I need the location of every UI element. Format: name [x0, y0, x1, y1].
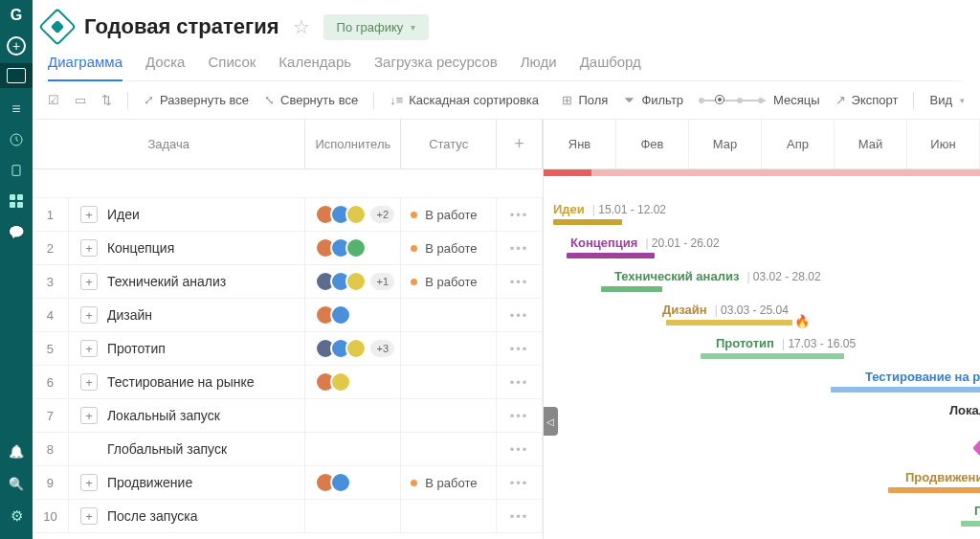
- task-cell[interactable]: +Концепция: [69, 232, 306, 264]
- apps-icon[interactable]: [7, 191, 26, 211]
- status-cell[interactable]: [401, 366, 497, 398]
- row-menu-icon[interactable]: •••: [497, 500, 543, 532]
- col-status[interactable]: Статус: [401, 120, 497, 168]
- row-menu-icon[interactable]: •••: [497, 265, 543, 298]
- assignee-cell[interactable]: +1: [305, 265, 401, 298]
- expand-icon[interactable]: +: [80, 407, 98, 424]
- expand-icon[interactable]: +: [80, 239, 98, 257]
- task-row[interactable]: 5+Прототип+3•••: [33, 332, 543, 366]
- status-cell[interactable]: [401, 433, 497, 465]
- zoom-slider[interactable]: Месяцы: [693, 89, 826, 111]
- expand-icon[interactable]: +: [80, 474, 98, 491]
- add-column-button[interactable]: +: [497, 120, 543, 168]
- gantt-bar[interactable]: [831, 387, 980, 393]
- assignee-cell[interactable]: +2: [305, 198, 401, 231]
- view-tool[interactable]: Вид▾: [924, 89, 970, 111]
- task-row[interactable]: 10+После запуска•••: [33, 500, 543, 533]
- task-cell[interactable]: +Прототип: [69, 332, 306, 365]
- chat-icon[interactable]: [7, 222, 26, 241]
- status-cell[interactable]: [401, 299, 497, 331]
- gantt-row[interactable]: ПродвижениеС: [544, 466, 980, 500]
- task-row[interactable]: 2+КонцепцияВ работе•••: [33, 232, 543, 265]
- expand-icon[interactable]: +: [80, 507, 98, 525]
- assignee-cell[interactable]: +3: [305, 332, 401, 365]
- folder-icon[interactable]: [0, 63, 33, 88]
- task-row[interactable]: 8Глобальный запуск•••: [33, 433, 543, 466]
- row-menu-icon[interactable]: •••: [497, 433, 543, 465]
- assignee-cell[interactable]: [305, 366, 401, 398]
- add-icon[interactable]: +: [7, 36, 26, 56]
- status-chip[interactable]: По графику ▾: [323, 14, 430, 40]
- star-icon[interactable]: ☆: [293, 15, 310, 38]
- fields-tool[interactable]: ⊞Поля: [556, 89, 613, 111]
- tab-Диаграмма[interactable]: Диаграмма: [48, 54, 122, 81]
- expand-icon[interactable]: +: [80, 273, 98, 290]
- status-cell[interactable]: [401, 500, 497, 532]
- search-icon[interactable]: [7, 474, 26, 493]
- task-cell[interactable]: +Локальный запуск: [69, 399, 306, 432]
- doc-icon[interactable]: [7, 161, 26, 180]
- collapse-all[interactable]: ⤡Свернуть все: [258, 89, 364, 111]
- expand-icon[interactable]: +: [80, 306, 98, 324]
- gear-icon[interactable]: [7, 506, 26, 526]
- assignee-cell[interactable]: [305, 399, 401, 432]
- row-menu-icon[interactable]: •••: [497, 198, 543, 231]
- row-menu-icon[interactable]: •••: [497, 399, 543, 432]
- tab-Дашборд[interactable]: Дашборд: [580, 54, 641, 81]
- assignee-cell[interactable]: [305, 299, 401, 331]
- gantt-row[interactable]: После: [544, 500, 980, 533]
- select-tool[interactable]: ☑: [42, 89, 65, 111]
- expand-icon[interactable]: +: [80, 206, 98, 223]
- assignee-cell[interactable]: [305, 232, 401, 264]
- task-row[interactable]: 4+Дизайн•••: [33, 299, 543, 332]
- status-cell[interactable]: В работе: [401, 198, 497, 231]
- status-cell[interactable]: В работе: [401, 232, 497, 264]
- cascade-sort[interactable]: ↓≡Каскадная сортировка: [384, 89, 545, 111]
- task-row[interactable]: 6+Тестирование на рынке•••: [33, 366, 543, 399]
- col-task[interactable]: Задача: [33, 120, 305, 168]
- gantt-bar[interactable]: [601, 286, 662, 292]
- gantt-row[interactable]: [544, 433, 980, 466]
- row-menu-icon[interactable]: •••: [497, 232, 543, 264]
- gantt-bar[interactable]: [567, 253, 655, 258]
- gantt-row[interactable]: Дизайн03.03 - 25.04🔥: [544, 299, 980, 332]
- task-row[interactable]: 3+Техничекий анализ+1В работе•••: [33, 265, 543, 299]
- row-menu-icon[interactable]: •••: [497, 299, 543, 331]
- task-cell[interactable]: Глобальный запуск: [69, 433, 306, 465]
- task-row[interactable]: 7+Локальный запуск•••: [33, 399, 543, 433]
- task-cell[interactable]: +Дизайн: [69, 299, 306, 331]
- tab-Люди[interactable]: Люди: [521, 54, 557, 81]
- status-cell[interactable]: В работе: [401, 265, 497, 298]
- task-cell[interactable]: +Идеи: [69, 198, 306, 231]
- list-icon[interactable]: [7, 100, 26, 119]
- export-tool[interactable]: ↗Экспорт: [830, 89, 904, 111]
- gantt-row[interactable]: Концепция20.01 - 26.02: [544, 232, 980, 265]
- sort-tool[interactable]: ⇅: [96, 89, 118, 111]
- row-menu-icon[interactable]: •••: [497, 466, 543, 499]
- status-cell[interactable]: [401, 332, 497, 365]
- gantt-row[interactable]: Прототип17.03 - 16.05: [544, 332, 980, 366]
- gantt-row[interactable]: Тестирование на рынке: [544, 366, 980, 399]
- gantt-bar[interactable]: [961, 521, 980, 527]
- task-cell[interactable]: +После запуска: [69, 500, 306, 532]
- gantt-bar[interactable]: [553, 219, 622, 225]
- assignee-cell[interactable]: [305, 500, 401, 532]
- expand-all[interactable]: ⤢Развернуть все: [138, 89, 255, 111]
- gantt-bar[interactable]: [666, 320, 792, 326]
- task-cell[interactable]: +Тестирование на рынке: [69, 366, 306, 398]
- card-tool[interactable]: ▭: [69, 89, 92, 111]
- row-menu-icon[interactable]: •••: [497, 366, 543, 398]
- gantt-row[interactable]: Технический анализ03.02 - 28.02: [544, 265, 980, 299]
- gantt-bar[interactable]: [701, 353, 844, 359]
- assignee-cell[interactable]: [305, 466, 401, 499]
- tab-Загрузка ресурсов[interactable]: Загрузка ресурсов: [374, 54, 498, 81]
- task-cell[interactable]: +Продвижение: [69, 466, 306, 499]
- tab-Календарь[interactable]: Календарь: [278, 54, 351, 81]
- gantt-row[interactable]: Локальн: [544, 399, 980, 433]
- task-cell[interactable]: +Техничекий анализ: [69, 265, 306, 298]
- expand-icon[interactable]: +: [80, 373, 98, 391]
- row-menu-icon[interactable]: •••: [497, 332, 543, 365]
- task-row[interactable]: 1+Идеи+2В работе•••: [33, 198, 543, 232]
- logo-icon[interactable]: G: [7, 6, 26, 25]
- filter-tool[interactable]: ⏷Фильтр: [617, 89, 689, 111]
